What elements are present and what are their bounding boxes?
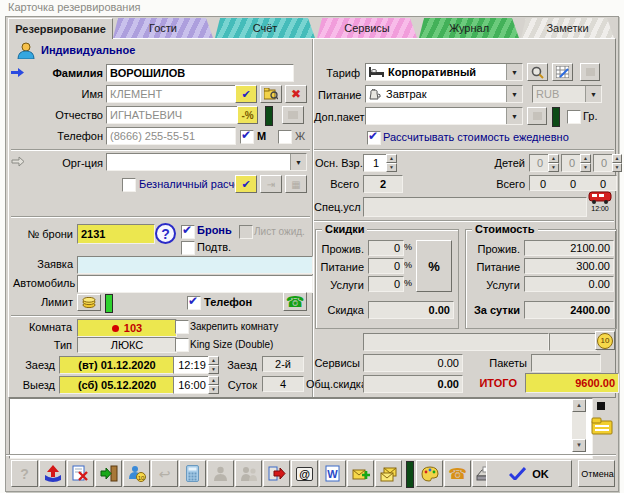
mail-history-button[interactable] [375,460,402,487]
request-field[interactable] [77,256,313,274]
chevron-down-icon[interactable]: ▼ [506,86,522,102]
org-edit-button[interactable]: ✔ [235,175,257,193]
children-spinner-1[interactable]: ▲▼ [548,154,559,172]
tariff-grid-button[interactable] [552,63,573,81]
percent-button[interactable]: % [416,240,452,292]
spin-up-icon[interactable]: ▲ [580,154,591,163]
tab-reservation[interactable]: Резервирование [8,18,113,39]
guest-balance-button[interactable]: 10 [123,460,150,487]
spin-down-icon[interactable]: ▼ [386,163,397,172]
guest-search-button[interactable] [260,85,282,103]
notes-scrollbar[interactable]: ▲ ▼ [572,399,586,452]
guest-card-button[interactable] [207,460,234,487]
car-field[interactable] [77,275,313,293]
scroll-up-icon[interactable]: ▲ [572,399,586,412]
mail-add-button[interactable] [347,460,374,487]
palette-button[interactable] [416,460,443,487]
departure-time-spinner[interactable]: ▲▼ [208,376,219,394]
tab-account[interactable]: Счёт [215,18,315,38]
package-extra-button[interactable] [527,107,547,125]
delete-document-button[interactable] [67,460,94,487]
spin-down-icon[interactable]: ▼ [208,385,219,394]
king-size-checkbox[interactable] [175,338,189,352]
limit-button[interactable] [77,294,101,311]
phone-call-button[interactable]: ☎ [283,292,307,311]
assign-room-checkbox[interactable] [175,320,189,334]
email-button[interactable]: @ [291,460,318,487]
spin-up-icon[interactable]: ▲ [208,376,219,385]
female-checkbox[interactable] [278,130,292,144]
arrival-time-spinner[interactable]: ▲▼ [208,356,219,374]
scroll-down-icon[interactable]: ▼ [572,439,586,452]
ok-button[interactable]: OK [486,460,572,487]
arrival-time-field[interactable]: 12:19 [173,356,211,374]
calculator-button[interactable] [179,460,206,487]
special-field[interactable] [363,197,587,217]
spin-up-icon[interactable]: ▲ [386,154,397,163]
waitlist-checkbox[interactable] [239,225,253,239]
spin-up-icon[interactable]: ▲ [612,154,622,163]
spin-up-icon[interactable]: ▲ [208,356,219,365]
notes-textarea[interactable] [9,398,593,459]
tariff-search-button[interactable] [527,63,548,81]
chevron-down-icon[interactable]: ▼ [290,154,306,170]
children-spinner-2[interactable]: ▲▼ [580,154,591,172]
room-field[interactable]: 103 [77,319,177,337]
bus-transfer[interactable]: 12:00 [587,191,613,212]
tab-notes[interactable]: Заметки [521,18,614,38]
departure-time-field[interactable]: 16:00 [173,376,211,394]
undo-button[interactable]: ↩ [151,460,178,487]
check-in-button[interactable] [95,460,122,487]
org-combo[interactable]: ▼ [106,153,307,171]
departure-date-field[interactable]: (сб) 05.12.2020 [59,376,175,394]
package-combo[interactable]: ▼ [365,107,523,125]
spin-down-icon[interactable]: ▼ [580,163,591,172]
discount-row-value[interactable]: 0 [368,240,404,256]
male-checkbox[interactable] [240,130,254,144]
booking-number-field[interactable]: 2131 [77,224,155,244]
org-open-button[interactable]: ▦ [285,175,307,193]
phone-enabled-checkbox[interactable] [187,296,201,310]
children-spinner-3[interactable]: ▲▼ [612,154,622,172]
group-card-button[interactable] [235,460,262,487]
confirmed-checkbox[interactable] [181,241,195,255]
tariff-extra-button[interactable] [580,63,600,81]
patronymic-field[interactable]: ИГНАТЬЕВИЧ [106,106,238,124]
discount-row-value[interactable]: 0 [368,258,404,274]
call-button[interactable]: ☎ [444,460,471,487]
spin-down-icon[interactable]: ▼ [208,365,219,374]
check-out-button[interactable] [263,460,290,487]
cancel-button[interactable]: Отмена [578,460,615,487]
org-copy-button[interactable]: ⇥ [260,175,282,193]
patronymic-extra-button[interactable] [282,106,304,124]
export-button[interactable] [39,460,66,487]
guest-phone-field[interactable]: (8666) 255-55-51 [106,127,236,145]
question-icon[interactable]: ? [155,223,176,244]
name-field[interactable]: КЛЕМЕНТ [106,85,238,103]
word-document-button[interactable]: W [319,460,346,487]
coin-10-button[interactable]: 10 [595,331,615,350]
tariff-combo[interactable]: Корпоративный ▼ [365,63,523,81]
group-checkbox[interactable] [567,110,581,124]
adults-spinner[interactable]: ▲▼ [386,154,397,172]
tab-journal[interactable]: Журнал [419,18,519,38]
personal-discount-button[interactable]: -% [237,106,258,124]
spin-up-icon[interactable]: ▲ [548,154,559,163]
daily-calc-checkbox[interactable] [367,131,381,145]
notes-folder-icon[interactable] [591,417,613,435]
guest-edit-button[interactable]: ✔ [235,85,257,103]
guest-clear-button[interactable]: ✖ [285,85,307,103]
discount-row-value[interactable]: 0 [368,276,404,292]
tab-guests[interactable]: Гости [113,18,213,38]
chevron-down-icon[interactable]: ▼ [506,64,522,80]
cashless-checkbox[interactable] [122,178,136,192]
meal-combo[interactable]: Завтрак ▼ [365,85,523,103]
spin-down-icon[interactable]: ▼ [612,163,622,172]
surname-field[interactable]: ВОРОШИЛОВ [106,64,294,82]
tab-services[interactable]: Сервисы [317,18,417,38]
reserved-checkbox[interactable] [181,225,195,239]
chevron-down-icon[interactable]: ▼ [506,108,522,124]
help-button[interactable]: ? [11,460,38,487]
spin-down-icon[interactable]: ▼ [548,163,559,172]
arrival-date-field[interactable]: (вт) 01.12.2020 [59,356,175,374]
